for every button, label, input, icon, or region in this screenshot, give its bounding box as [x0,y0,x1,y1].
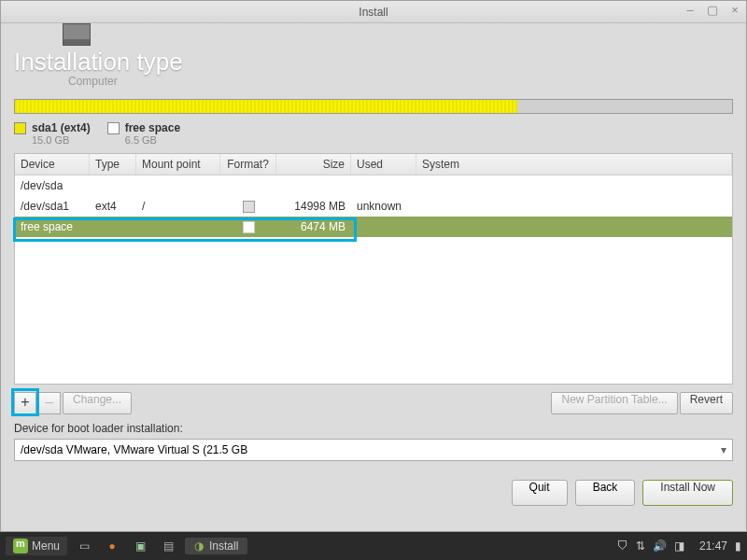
install-window: Install – ▢ × Installation type Computer… [0,0,747,532]
taskbar: Menu ▭ ● ▣ ▤ ◑ Install ⛉ ⇅ 🔊 ◨ 21:47 ▮ [0,532,747,560]
col-size[interactable]: Size [276,154,351,175]
bootloader-value: /dev/sda VMware, VMware Virtual S (21.5 … [21,443,247,456]
terminal-icon[interactable]: ▣ [129,535,151,557]
change-partition-button[interactable]: Change... [63,392,132,414]
titlebar: Install – ▢ × [1,1,746,23]
legend-label-sda1: sda1 (ext4) [32,121,91,134]
disk-segment-sda1[interactable] [15,100,517,113]
add-partition-button[interactable]: + [14,392,36,414]
new-partition-table-button[interactable]: New Partition Table... [551,392,677,414]
maximize-icon[interactable]: ▢ [705,3,720,17]
table-row[interactable]: /dev/sda [15,175,732,196]
page-title: Installation type [14,31,733,77]
close-icon[interactable]: × [727,3,742,17]
system-tray: ⛉ ⇅ 🔊 ◨ 21:47 ▮ [617,539,741,553]
show-desktop-icon[interactable]: ▭ [73,535,95,557]
drive-icon [63,23,91,46]
legend-swatch-free [107,122,120,134]
legend-size-sda1: 15.0 GB [32,134,91,146]
files-icon[interactable]: ▤ [157,535,179,557]
bootloader-combo[interactable]: /dev/sda VMware, VMware Virtual S (21.5 … [14,439,733,461]
format-checkbox[interactable] [243,201,255,213]
disk-legend: sda1 (ext4) 15.0 GB free space 6.5 GB [1,118,746,149]
table-header: Device Type Mount point Format? Size Use… [15,154,732,175]
quit-button[interactable]: Quit [512,480,568,506]
legend-swatch-sda1 [14,122,26,134]
col-device[interactable]: Device [15,154,90,175]
minimize-icon[interactable]: – [683,3,698,17]
legend-size-free: 6.5 GB [125,134,180,146]
col-mount[interactable]: Mount point [136,154,220,175]
mint-logo-icon [13,539,28,553]
remove-partition-button[interactable]: – [38,392,61,414]
taskbar-task-install[interactable]: ◑ Install [185,538,247,554]
partition-table: Device Type Mount point Format? Size Use… [14,153,733,385]
col-type[interactable]: Type [90,154,136,175]
disk-usage-bar[interactable] [14,99,733,114]
volume-icon[interactable]: 🔊 [653,539,667,553]
legend-label-free: free space [125,121,180,134]
bootloader-label: Device for boot loader installation: [1,422,746,435]
col-system[interactable]: System [416,154,732,175]
table-row-selected[interactable]: free space 6474 MB [15,217,732,237]
window-title: Install [359,6,388,19]
footer-buttons: Quit Back Install Now [1,465,746,521]
clock[interactable]: 21:47 [699,539,727,553]
col-used[interactable]: Used [351,154,416,175]
partition-toolbar: + – Change... New Partition Table... Rev… [1,385,746,422]
table-row[interactable]: /dev/sda1 ext4 / 14998 MB unknown [15,196,732,217]
shield-icon[interactable]: ⛉ [617,539,628,553]
network-icon[interactable]: ⇅ [636,539,645,553]
disk-segment-free[interactable] [517,100,732,113]
format-checkbox[interactable] [243,221,255,233]
battery-icon[interactable]: ◨ [674,539,684,553]
revert-button[interactable]: Revert [680,392,733,414]
back-button[interactable]: Back [575,480,636,506]
firefox-icon[interactable]: ● [101,535,123,557]
user-icon[interactable]: ▮ [735,539,741,553]
install-now-button[interactable]: Install Now [642,480,733,506]
page-subtitle: Computer [68,75,733,88]
col-format[interactable]: Format? [220,154,276,175]
menu-button[interactable]: Menu [6,537,67,555]
